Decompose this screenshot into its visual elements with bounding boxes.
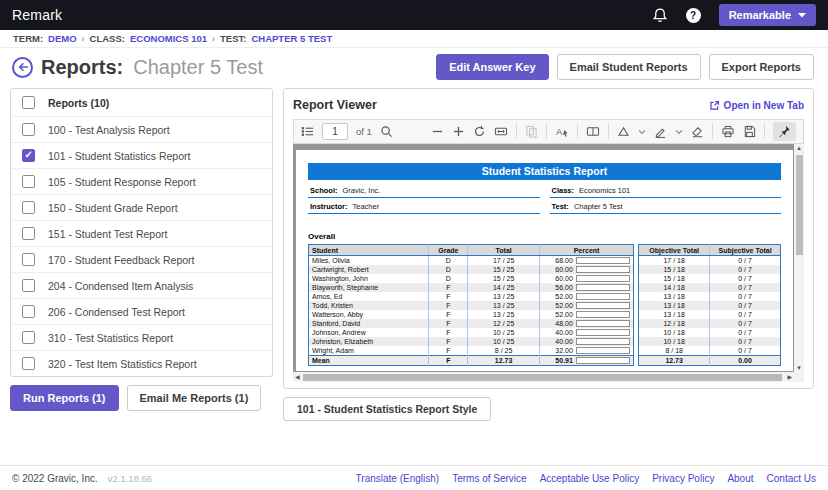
report-list-item[interactable]: 206 - Condensed Test Report	[11, 298, 272, 324]
footer-link[interactable]: Acceptable Use Policy	[540, 473, 640, 484]
table-row: Cartwright, Robert D 15 / 25 60.00	[309, 265, 634, 274]
report-class-label: Class:	[552, 186, 575, 195]
report-list-item[interactable]: 100 - Test Analysis Report	[11, 116, 272, 142]
cell-grade: F	[429, 337, 468, 346]
table-row: Stanford, David F 12 / 25 48.00	[309, 319, 634, 328]
horizontal-scrollbar-thumb[interactable]	[303, 374, 782, 381]
report-checkbox[interactable]	[22, 279, 35, 292]
footer-link[interactable]: About	[727, 473, 753, 484]
two-page-view-icon[interactable]	[586, 125, 600, 138]
zoom-in-icon[interactable]	[452, 125, 465, 138]
report-checkbox[interactable]	[22, 123, 35, 136]
page-number-input[interactable]	[322, 123, 348, 140]
select-text-icon[interactable]: A	[555, 125, 569, 138]
table-row: Mean F 12.73 50.91	[309, 356, 634, 366]
account-menu-button[interactable]: Remarkable	[719, 4, 816, 26]
report-list-item[interactable]: 204 - Condensed Item Analysis	[11, 272, 272, 298]
cell-student: Todd, Kristen	[309, 301, 429, 310]
print-icon[interactable]	[721, 125, 735, 138]
percent-value: 50.91	[543, 357, 573, 364]
select-all-checkbox[interactable]	[22, 96, 35, 109]
report-checkbox[interactable]	[22, 149, 35, 162]
report-style-tab[interactable]: 101 - Student Statistics Report Style	[283, 397, 491, 421]
pen-annotation-icon[interactable]	[654, 125, 667, 138]
report-checkbox[interactable]	[22, 331, 35, 344]
table-row: 14 / 18 0 / 7	[639, 283, 781, 292]
footer-link[interactable]: Contact Us	[767, 473, 816, 484]
percent-value: 52.00	[543, 302, 573, 309]
email-me-reports-button[interactable]: Email Me Reports (1)	[127, 385, 262, 411]
report-checkbox[interactable]	[22, 305, 35, 318]
reports-list-header[interactable]: Reports (10)	[11, 89, 272, 116]
report-list-item[interactable]: 105 - Student Response Report	[11, 168, 272, 194]
svg-text:A: A	[556, 127, 563, 137]
vertical-scrollbar[interactable]: ▲ ▼	[794, 144, 804, 372]
cell-grade: F	[429, 356, 468, 366]
column-header-grade: Grade	[429, 245, 468, 256]
scroll-down-arrow-icon[interactable]: ▼	[794, 365, 804, 371]
thumbnails-panel-icon[interactable]	[301, 125, 314, 138]
percent-bar	[576, 275, 630, 282]
report-checkbox[interactable]	[22, 175, 35, 188]
notifications-bell-icon[interactable]	[652, 7, 668, 23]
cell-percent: 40.00	[539, 337, 633, 346]
report-item-label: 101 - Student Statistics Report	[48, 150, 190, 162]
help-icon[interactable]: ?	[686, 8, 701, 23]
pin-toolbar-icon[interactable]	[773, 122, 796, 141]
report-list-item[interactable]: 320 - Test Item Statistics Report	[11, 350, 272, 376]
breadcrumb-test-link[interactable]: CHAPTER 5 TEST	[251, 33, 332, 44]
cell-subjective: 0 / 7	[710, 319, 781, 328]
cell-subjective: 0 / 7	[710, 328, 781, 337]
account-menu-label: Remarkable	[729, 9, 791, 21]
report-checkbox[interactable]	[22, 227, 35, 240]
report-checkbox[interactable]	[22, 201, 35, 214]
horizontal-scrollbar[interactable]: ◀ ▶	[293, 372, 794, 382]
breadcrumb-class-link[interactable]: ECONOMICS 101	[130, 33, 207, 44]
table-row: Washington, John D 15 / 25 60.00	[309, 274, 634, 283]
scroll-left-arrow-icon[interactable]: ◀	[295, 373, 300, 380]
footer-link[interactable]: Privacy Policy	[652, 473, 714, 484]
vertical-scrollbar-thumb[interactable]	[796, 155, 803, 255]
report-list-item[interactable]: 151 - Student Test Report	[11, 220, 272, 246]
pen-annotation-dropdown-icon[interactable]	[675, 129, 683, 135]
report-viewer-title: Report Viewer	[293, 98, 377, 112]
rotate-icon[interactable]	[473, 125, 486, 138]
cell-subjective: 0 / 7	[710, 337, 781, 346]
fit-width-icon[interactable]	[494, 125, 508, 138]
table-row: 12.73 0.00	[639, 356, 781, 366]
edit-answer-key-button[interactable]: Edit Answer Key	[436, 54, 548, 80]
percent-bar	[576, 347, 630, 354]
report-checkbox[interactable]	[22, 357, 35, 370]
back-button[interactable]	[12, 57, 33, 78]
report-list-item[interactable]: 150 - Student Grade Report	[11, 194, 272, 220]
footer-link[interactable]: Translate (English)	[356, 473, 440, 484]
export-reports-button[interactable]: Export Reports	[709, 54, 814, 80]
percent-value: 32.00	[543, 347, 573, 354]
table-row: Johnson, Andrew F 10 / 25 40.00	[309, 328, 634, 337]
report-table-objective: Objective Total Subjective Total 17 / 18…	[638, 244, 781, 366]
open-in-new-tab-link[interactable]: Open in New Tab	[709, 100, 804, 111]
cell-total: 14 / 25	[468, 283, 540, 292]
report-list-item[interactable]: 170 - Student Feedback Report	[11, 246, 272, 272]
footer-link[interactable]: Terms of Service	[452, 473, 526, 484]
save-icon[interactable]	[743, 125, 756, 138]
report-list-item[interactable]: 310 - Test Statistics Report	[11, 324, 272, 350]
cell-percent: 52.00	[539, 301, 633, 310]
zoom-out-icon[interactable]	[431, 125, 444, 138]
breadcrumb-term-link[interactable]: DEMO	[48, 33, 77, 44]
top-bar: Remark ? Remarkable	[0, 0, 828, 30]
email-student-reports-button[interactable]: Email Student Reports	[557, 54, 701, 80]
search-icon[interactable]	[380, 125, 393, 138]
footer-links: Translate (English) Terms of Service Acc…	[356, 473, 816, 484]
run-reports-button[interactable]: Run Reports (1)	[10, 385, 119, 411]
table-row: 15 / 18 0 / 7	[639, 274, 781, 283]
report-list-item[interactable]: 101 - Student Statistics Report	[11, 142, 272, 168]
scroll-right-arrow-icon[interactable]: ▶	[787, 373, 792, 380]
report-checkbox[interactable]	[22, 253, 35, 266]
scroll-up-arrow-icon[interactable]: ▲	[794, 145, 804, 151]
shape-annotation-dropdown-icon[interactable]	[638, 129, 646, 135]
shape-annotation-icon[interactable]	[617, 125, 630, 138]
breadcrumb: TERM: DEMO › CLASS: ECONOMICS 101 › TEST…	[0, 30, 828, 48]
eraser-icon[interactable]	[691, 125, 704, 138]
cell-student: Blayworth, Stephanie	[309, 283, 429, 292]
